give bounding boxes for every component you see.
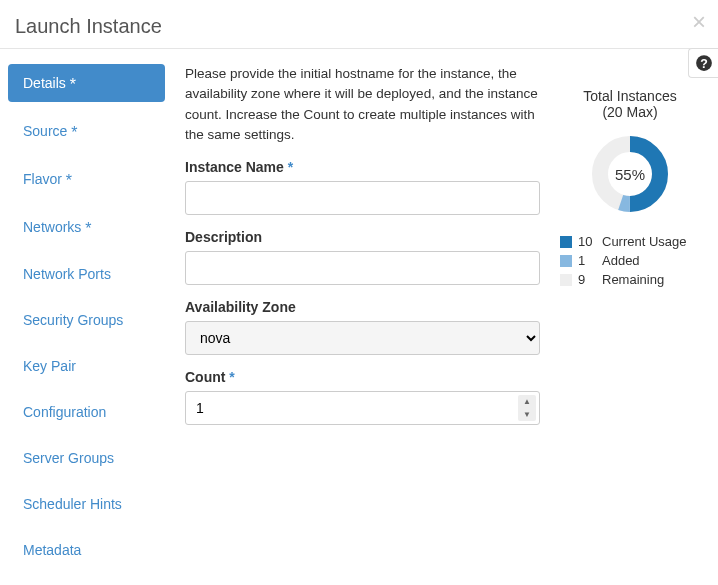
legend-label: Added (602, 253, 640, 268)
legend-swatch (560, 236, 572, 248)
sidebar-item-label: Metadata (23, 542, 81, 558)
sidebar-item-details[interactable]: Details * (8, 64, 165, 102)
required-icon: * (229, 369, 234, 385)
sidebar-item-label: Server Groups (23, 450, 114, 466)
help-button[interactable]: ? (688, 48, 718, 78)
sidebar-item-label: Scheduler Hints (23, 496, 122, 512)
legend: 10 Current Usage 1 Added 9 Remaining (560, 234, 700, 287)
required-icon: * (66, 172, 72, 189)
instance-name-input[interactable] (185, 181, 540, 215)
sidebar-item-label: Key Pair (23, 358, 76, 374)
description-label: Description (185, 229, 540, 245)
sidebar-item-configuration[interactable]: Configuration (8, 394, 165, 430)
legend-label: Current Usage (602, 234, 687, 249)
sidebar-item-label: Networks (23, 219, 81, 235)
count-increment-button[interactable]: ▲ (518, 395, 536, 408)
legend-value: 10 (578, 234, 596, 249)
count-label: Count * (185, 369, 540, 385)
form-group-description: Description (185, 229, 540, 285)
sidebar-item-network-ports[interactable]: Network Ports (8, 256, 165, 292)
legend-swatch (560, 255, 572, 267)
legend-swatch (560, 274, 572, 286)
help-icon: ? (695, 54, 713, 72)
sidebar-item-label: Flavor (23, 171, 62, 187)
sidebar-item-source[interactable]: Source * (8, 112, 165, 150)
required-icon: * (70, 76, 76, 93)
stats-subtitle: (20 Max) (560, 104, 700, 120)
intro-text: Please provide the initial hostname for … (185, 64, 540, 145)
form-group-availability-zone: Availability Zone nova (185, 299, 540, 355)
form-column: Please provide the initial hostname for … (185, 64, 540, 578)
availability-zone-label: Availability Zone (185, 299, 540, 315)
count-input[interactable] (185, 391, 540, 425)
stats-column: Total Instances (20 Max) 55% 10 Current … (560, 64, 700, 578)
legend-row-current: 10 Current Usage (560, 234, 700, 249)
modal-title: Launch Instance (15, 15, 703, 38)
count-spinner: ▲ ▼ (518, 395, 536, 421)
stats-title: Total Instances (560, 88, 700, 104)
sidebar-item-scheduler-hints[interactable]: Scheduler Hints (8, 486, 165, 522)
sidebar-item-metadata[interactable]: Metadata (8, 532, 165, 568)
form-group-instance-name: Instance Name * (185, 159, 540, 215)
sidebar-item-server-groups[interactable]: Server Groups (8, 440, 165, 476)
required-icon: * (71, 124, 77, 141)
required-icon: * (85, 220, 91, 237)
modal-header: Launch Instance × (0, 0, 718, 49)
instance-name-label: Instance Name * (185, 159, 540, 175)
form-group-count: Count * ▲ ▼ (185, 369, 540, 425)
sidebar-item-label: Source (23, 123, 67, 139)
modal-body: Details * Source * Flavor * Networks * N… (0, 49, 718, 585)
donut-percent: 55% (615, 166, 645, 183)
count-decrement-button[interactable]: ▼ (518, 408, 536, 421)
description-input[interactable] (185, 251, 540, 285)
sidebar-item-key-pair[interactable]: Key Pair (8, 348, 165, 384)
legend-row-added: 1 Added (560, 253, 700, 268)
usage-donut-chart: 55% (590, 134, 670, 214)
sidebar-item-label: Security Groups (23, 312, 123, 328)
legend-label: Remaining (602, 272, 664, 287)
sidebar-item-security-groups[interactable]: Security Groups (8, 302, 165, 338)
sidebar-item-label: Configuration (23, 404, 106, 420)
availability-zone-select[interactable]: nova (185, 321, 540, 355)
required-icon: * (288, 159, 293, 175)
sidebar-item-label: Details (23, 75, 66, 91)
sidebar: Details * Source * Flavor * Networks * N… (8, 64, 173, 578)
svg-text:?: ? (700, 57, 708, 71)
content-pane: Please provide the initial hostname for … (173, 64, 718, 578)
close-button[interactable]: × (692, 10, 706, 34)
legend-value: 9 (578, 272, 596, 287)
legend-row-remaining: 9 Remaining (560, 272, 700, 287)
sidebar-item-label: Network Ports (23, 266, 111, 282)
sidebar-item-networks[interactable]: Networks * (8, 208, 165, 246)
sidebar-item-flavor[interactable]: Flavor * (8, 160, 165, 198)
legend-value: 1 (578, 253, 596, 268)
